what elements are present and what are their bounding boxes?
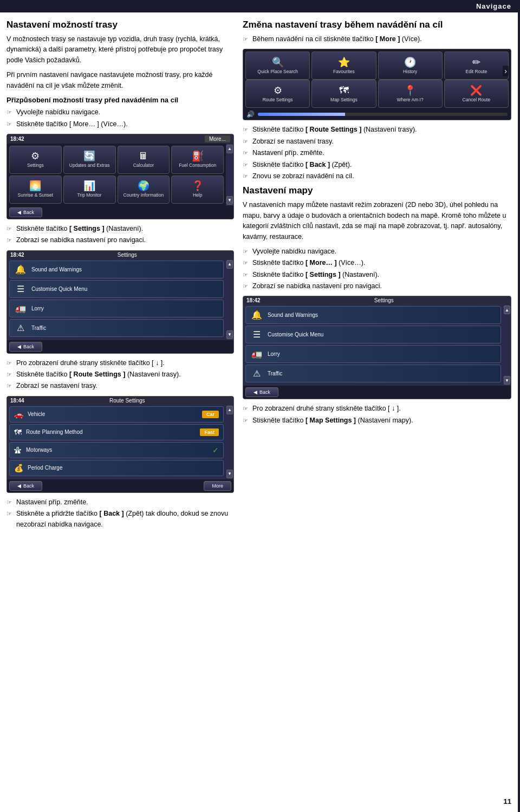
screen3-time: 18:44 (10, 398, 24, 404)
screen5-time: 18:42 (246, 297, 261, 303)
screen2-title: Settings (118, 252, 137, 258)
bullets3-list: Pro zobrazení druhé strany stiskněte tla… (6, 358, 234, 392)
menu-item-settings[interactable]: ⚙ Settings (9, 146, 62, 174)
map-bullet1: Vyvolejte nabídku navigace. (243, 246, 511, 257)
setting5-lorry[interactable]: 🚛 Lorry (245, 345, 501, 363)
screen4-device: 🔍 Quick Place Search ⭐ Favourites 🕐 Hist… (243, 49, 511, 120)
route-bullet5: Znovu se zobrazí navádění na cíl. (243, 171, 511, 181)
settings-label: Settings (27, 163, 44, 168)
route-bullet1: Stiskněte tlačítko [ Route Settings ] (N… (243, 125, 511, 135)
screen2-back-button[interactable]: ◀ Back (9, 342, 42, 352)
bullet3-item1: Pro zobrazení druhé strany stiskněte tla… (6, 358, 234, 368)
scroll-up-arrow5[interactable]: ▲ (504, 306, 510, 314)
screen2-bottom: ◀ Back (7, 340, 233, 353)
screen5-back-button[interactable]: ◀ Back (245, 387, 278, 397)
menu-route-settings[interactable]: ⚙ Route Settings (245, 80, 310, 108)
edit-route-label: Edit Route (466, 69, 487, 74)
screen4-volume-row: 🔊 (243, 109, 511, 120)
screen2-body: 🔔 Sound and Warnings ☰ Customise Quick M… (7, 259, 233, 340)
route-row-motorways[interactable]: 🛣 Motorways ✓ (9, 442, 224, 458)
setting-quickmenu[interactable]: ☰ Customise Quick Menu (9, 280, 224, 298)
bullet2-item2: Zobrazí se nabídka nastavení pro navigac… (6, 235, 234, 245)
setting-traffic[interactable]: ⚠ Traffic (9, 319, 224, 337)
menu-favourites[interactable]: ⭐ Favourites (311, 51, 376, 80)
screen3-back-button[interactable]: ◀ Back (9, 481, 42, 491)
back-arrow-icon2: ◀ (17, 344, 21, 349)
bullets-map-list: Vyvolejte nabídku navigace. Stiskněte tl… (243, 246, 511, 292)
vehicle-label: 🚗 Vehicle (14, 410, 45, 419)
motorways-icon: 🛣 (14, 446, 22, 454)
menu-item-country[interactable]: 🌍 Country Information (118, 176, 170, 204)
screen1-time: 18:42 (10, 136, 24, 142)
screen3-bottom: ◀ Back More (7, 479, 233, 492)
volume-icon: 🔊 (246, 111, 255, 118)
menu-item-help[interactable]: ❓ Help (171, 176, 224, 204)
screen1-scroll-area: ⚙ Settings 🔄 Updates and Extras 🖩 Calcul… (7, 144, 226, 206)
scroll-up-arrow[interactable]: ▲ (226, 145, 233, 153)
menu-edit-route[interactable]: ✏ Edit Route (444, 51, 509, 80)
bullets2-list: Stiskněte tlačítko [ Settings ] (Nastave… (6, 224, 234, 246)
menu-history[interactable]: 🕐 History (378, 51, 443, 80)
fuel-icon: ⛽ (192, 151, 204, 161)
back-label: Back (23, 210, 34, 215)
screen1-more[interactable]: More... (205, 135, 230, 142)
menu-quick-search[interactable]: 🔍 Quick Place Search (245, 51, 310, 80)
menu-map-settings[interactable]: 🗺 Map Settings (311, 80, 376, 108)
lorry-icon5: 🚛 (250, 349, 263, 359)
map-settings-label: Map Settings (330, 97, 358, 102)
back-arrow-icon5: ◀ (253, 389, 257, 395)
page-border-right (518, 0, 520, 812)
volume-fill (258, 113, 345, 116)
menu-item-trip[interactable]: 📊 Trip Monitor (63, 176, 116, 204)
setting-lorry[interactable]: 🚛 Lorry (9, 300, 224, 317)
trip-label: Trip Monitor (77, 192, 102, 198)
route-row-method[interactable]: 🗺 Route Planning Method Fast (9, 424, 224, 440)
menu-item-sunrise[interactable]: 🌅 Sunrise & Sunset (9, 176, 62, 204)
scroll-down-arrow[interactable]: ▼ (226, 196, 233, 205)
screen4-row1: 🔍 Quick Place Search ⭐ Favourites 🕐 Hist… (243, 49, 511, 80)
map-settings-icon: 🗺 (339, 86, 349, 95)
menu-item-updates[interactable]: 🔄 Updates and Extras (63, 146, 116, 174)
traffic-icon: ⚠ (14, 323, 27, 333)
back-label3: Back (23, 483, 34, 489)
setting5-traffic[interactable]: ⚠ Traffic (245, 365, 501, 382)
screen1-body: ⚙ Settings 🔄 Updates and Extras 🖩 Calcul… (7, 144, 233, 206)
route-row-period[interactable]: 💰 Period Charge (9, 460, 224, 476)
route-row-vehicle[interactable]: 🚗 Vehicle Car (9, 406, 224, 423)
section3-para: V nastaveních mapy můžete nastavit režim… (243, 200, 511, 242)
nav-arrow-right[interactable]: › (503, 66, 509, 76)
setting-sound[interactable]: 🔔 Sound and Warnings (9, 261, 224, 278)
menu-where-am-i[interactable]: 📍 Where Am I? (378, 80, 443, 108)
scroll-up-arrow2[interactable]: ▲ (226, 260, 233, 269)
menu-cancel-route[interactable]: ❌ Cancel Route (444, 80, 509, 108)
menu-item-calculator[interactable]: 🖩 Calculator (118, 146, 170, 174)
bullet3-item2: Stiskněte tlačítko [ Route Settings ] (N… (6, 369, 234, 380)
calculator-label: Calculator (133, 163, 154, 168)
screen1-back-button[interactable]: ◀ Back (9, 207, 42, 217)
bullets-change-list: Během navádění na cíl stiskněte tlačítko… (243, 34, 511, 44)
route-settings-label: Route Settings (263, 97, 293, 102)
scroll-up-arrow3[interactable]: ▲ (226, 406, 233, 414)
quick-search-icon: 🔍 (272, 57, 284, 67)
back-arrow-icon: ◀ (17, 210, 21, 215)
route-settings-icon: ⚙ (274, 86, 282, 95)
fuel-label: Fuel Consumption (179, 163, 216, 168)
period-label: 💰 Period Charge (14, 464, 62, 472)
screen5-settings-list: 🔔 Sound and Warnings ☰ Customise Quick M… (243, 304, 503, 386)
scroll-down-arrow5[interactable]: ▼ (504, 376, 510, 385)
vehicle-icon: 🚗 (14, 410, 23, 419)
back-arrow-icon3: ◀ (17, 483, 21, 489)
calculator-icon: 🖩 (139, 151, 148, 161)
menu-item-fuel[interactable]: ⛽ Fuel Consumption (171, 146, 224, 174)
page-header: Navigace (0, 0, 520, 12)
volume-bar[interactable] (258, 113, 508, 116)
edit-route-icon: ✏ (472, 57, 480, 67)
map2-bullet1: Pro zobrazení druhé strany stiskněte tla… (243, 404, 511, 414)
scroll-down-arrow3[interactable]: ▼ (226, 470, 233, 478)
screen2-scroll-area: 🔔 Sound and Warnings ☰ Customise Quick M… (7, 259, 226, 340)
screen3-more-button[interactable]: More (204, 481, 231, 491)
screen5-header: 18:42 Settings (243, 296, 511, 304)
setting5-sound[interactable]: 🔔 Sound and Warnings (245, 306, 501, 324)
setting5-quickmenu[interactable]: ☰ Customise Quick Menu (245, 326, 501, 343)
scroll-down-arrow2[interactable]: ▼ (226, 330, 233, 339)
